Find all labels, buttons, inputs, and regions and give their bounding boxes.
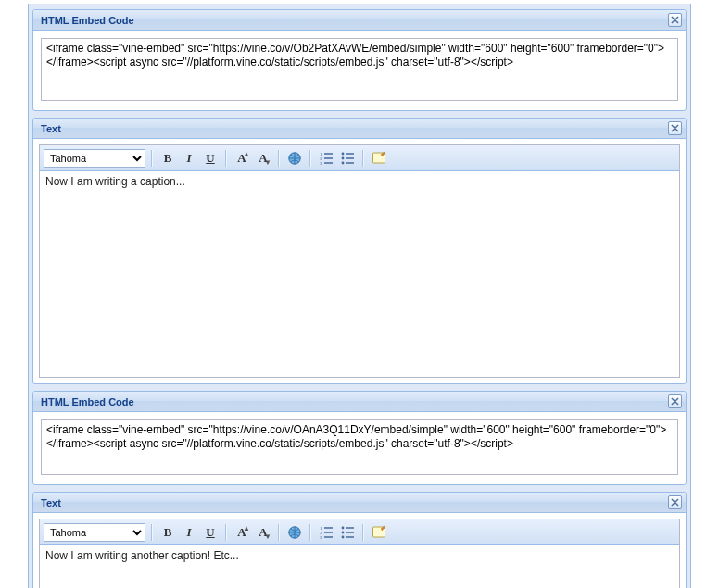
unordered-list-icon	[340, 151, 355, 166]
panels-container: HTML Embed Code Text Tahoma B	[28, 4, 691, 588]
editor-frame: Tahoma B I U A▲ A▼ 123	[39, 144, 680, 378]
bold-button[interactable]: B	[158, 149, 177, 168]
close-icon	[671, 397, 679, 406]
source-edit-button[interactable]	[370, 523, 388, 542]
source-edit-icon	[372, 151, 386, 166]
panel-header: HTML Embed Code	[33, 10, 686, 31]
panel-title: HTML Embed Code	[41, 15, 134, 26]
panel-header: Text	[33, 493, 686, 513]
svg-point-21	[342, 526, 345, 529]
panel-text-2: Text Tahoma B I U A▲ A▼	[32, 492, 687, 588]
rich-text-editor[interactable]: Now I am writing a caption...	[40, 171, 679, 377]
panel-header: Text	[33, 119, 686, 139]
panel-text-1: Text Tahoma B I U A▲ A▼	[32, 118, 687, 384]
shrink-font-button[interactable]: A▼	[254, 523, 272, 542]
italic-button[interactable]: I	[180, 149, 198, 168]
toolbar-separator	[225, 150, 227, 167]
svg-point-9	[342, 161, 345, 164]
toolbar-separator	[151, 150, 153, 167]
embed-code-textarea[interactable]	[41, 38, 678, 101]
svg-text:3: 3	[320, 535, 322, 540]
panel-html-embed-1: HTML Embed Code	[32, 9, 687, 111]
toolbar-separator	[278, 150, 280, 167]
shrink-font-button[interactable]: A▼	[254, 149, 272, 168]
link-button[interactable]	[285, 523, 304, 542]
grow-font-button[interactable]: A▲	[233, 149, 251, 168]
close-icon	[671, 16, 679, 24]
panel-body: Tahoma B I U A▲ A▼ 123	[33, 144, 686, 378]
arrow-down-icon: ▼	[264, 158, 271, 167]
svg-point-8	[342, 156, 345, 159]
svg-text:3: 3	[320, 161, 322, 166]
panel-title: Text	[41, 123, 61, 134]
toolbar-separator	[362, 150, 364, 167]
embed-code-textarea[interactable]	[41, 419, 678, 475]
arrow-up-icon: ▲	[243, 150, 250, 158]
rich-text-editor[interactable]: Now I am writing another caption! Etc...	[40, 545, 679, 588]
globe-icon	[287, 525, 302, 540]
source-edit-button[interactable]	[370, 149, 388, 168]
toolbar-separator	[151, 524, 153, 541]
panel-title: HTML Embed Code	[41, 396, 134, 407]
italic-button[interactable]: I	[180, 523, 198, 542]
close-button[interactable]	[668, 394, 682, 408]
unordered-list-button[interactable]	[338, 523, 357, 542]
globe-icon	[287, 151, 302, 166]
svg-point-7	[342, 152, 345, 155]
grow-font-button[interactable]: A▲	[233, 523, 251, 542]
svg-point-23	[342, 535, 345, 538]
panel-body: Tahoma B I U A▲ A▼ 123	[33, 519, 686, 588]
panel-title: Text	[41, 497, 61, 508]
toolbar-separator	[309, 524, 311, 541]
link-button[interactable]	[285, 149, 304, 168]
ordered-list-icon: 123	[319, 151, 334, 166]
font-select[interactable]: Tahoma	[44, 523, 145, 542]
unordered-list-button[interactable]	[338, 149, 357, 168]
unordered-list-icon	[340, 525, 355, 540]
close-button[interactable]	[668, 495, 682, 509]
editor-toolbar: Tahoma B I U A▲ A▼ 123	[40, 145, 679, 171]
source-edit-icon	[372, 525, 386, 540]
toolbar-separator	[278, 524, 280, 541]
toolbar-separator	[309, 150, 311, 167]
close-icon	[671, 498, 679, 507]
bold-button[interactable]: B	[158, 523, 177, 542]
panel-body	[33, 31, 686, 110]
close-button[interactable]	[668, 13, 682, 27]
editor-frame: Tahoma B I U A▲ A▼ 123	[39, 519, 680, 588]
underline-button[interactable]: U	[201, 523, 220, 542]
svg-point-22	[342, 531, 345, 533]
close-icon	[671, 124, 679, 132]
panel-header: HTML Embed Code	[33, 392, 686, 412]
panel-body	[33, 412, 686, 484]
toolbar-separator	[225, 524, 227, 541]
ordered-list-icon: 123	[319, 525, 334, 540]
toolbar-separator	[362, 524, 364, 541]
panel-html-embed-2: HTML Embed Code	[32, 391, 687, 485]
ordered-list-button[interactable]: 123	[317, 523, 335, 542]
ordered-list-button[interactable]: 123	[317, 149, 335, 168]
arrow-up-icon: ▲	[243, 524, 250, 532]
font-select[interactable]: Tahoma	[44, 149, 145, 168]
arrow-down-icon: ▼	[264, 532, 271, 541]
editor-toolbar: Tahoma B I U A▲ A▼ 123	[40, 519, 679, 545]
close-button[interactable]	[668, 121, 682, 135]
underline-button[interactable]: U	[201, 149, 220, 168]
